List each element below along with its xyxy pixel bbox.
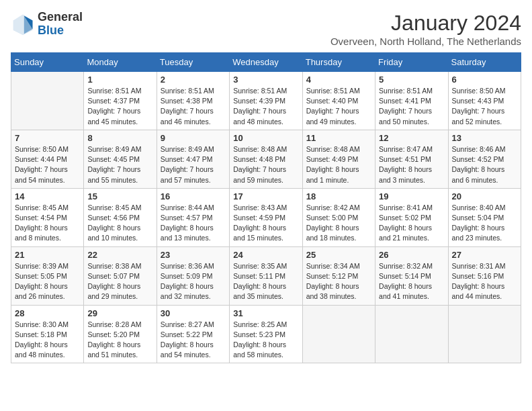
day-number: 10 (233, 133, 298, 143)
calendar-cell: 10Sunrise: 8:48 AMSunset: 4:48 PMDayligh… (230, 130, 302, 188)
day-number: 4 (306, 75, 371, 85)
weekday-header-monday: Monday (84, 53, 157, 72)
day-info: Sunrise: 8:48 AMSunset: 4:48 PMDaylight:… (233, 144, 298, 185)
calendar-cell: 25Sunrise: 8:34 AMSunset: 5:12 PMDayligh… (302, 246, 375, 305)
calendar-cell: 2Sunrise: 8:51 AMSunset: 4:38 PMDaylight… (157, 72, 229, 130)
weekday-header-friday: Friday (375, 53, 448, 72)
calendar-cell: 5Sunrise: 8:51 AMSunset: 4:41 PMDaylight… (375, 72, 448, 130)
day-number: 24 (233, 250, 298, 260)
day-info: Sunrise: 8:45 AMSunset: 4:54 PMDaylight:… (15, 203, 80, 244)
day-info: Sunrise: 8:51 AMSunset: 4:38 PMDaylight:… (161, 86, 226, 127)
calendar-cell: 16Sunrise: 8:44 AMSunset: 4:57 PMDayligh… (157, 188, 229, 246)
day-number: 8 (87, 133, 152, 143)
day-number: 13 (452, 133, 517, 143)
calendar-cell: 17Sunrise: 8:43 AMSunset: 4:59 PMDayligh… (230, 188, 302, 246)
calendar-cell: 19Sunrise: 8:41 AMSunset: 5:02 PMDayligh… (375, 188, 448, 246)
day-number: 2 (161, 75, 226, 85)
day-number: 14 (15, 191, 80, 201)
day-info: Sunrise: 8:42 AMSunset: 5:00 PMDaylight:… (306, 203, 371, 244)
day-info: Sunrise: 8:25 AMSunset: 5:23 PMDaylight:… (233, 320, 298, 361)
calendar-cell: 29Sunrise: 8:28 AMSunset: 5:20 PMDayligh… (84, 305, 157, 363)
day-info: Sunrise: 8:49 AMSunset: 4:47 PMDaylight:… (161, 144, 226, 185)
day-number: 3 (233, 75, 298, 85)
calendar-cell: 6Sunrise: 8:50 AMSunset: 4:43 PMDaylight… (448, 72, 521, 130)
day-number: 26 (379, 250, 444, 260)
day-info: Sunrise: 8:36 AMSunset: 5:09 PMDaylight:… (161, 261, 226, 302)
day-info: Sunrise: 8:40 AMSunset: 5:04 PMDaylight:… (452, 203, 517, 244)
day-number: 18 (306, 191, 371, 201)
day-info: Sunrise: 8:34 AMSunset: 5:12 PMDaylight:… (306, 261, 371, 302)
calendar-cell: 3Sunrise: 8:51 AMSunset: 4:39 PMDaylight… (230, 72, 302, 130)
logo-icon (11, 12, 35, 36)
day-number: 28 (15, 308, 80, 318)
day-info: Sunrise: 8:27 AMSunset: 5:22 PMDaylight:… (161, 320, 226, 361)
day-info: Sunrise: 8:50 AMSunset: 4:43 PMDaylight:… (452, 86, 517, 127)
day-number: 22 (87, 250, 152, 260)
day-info: Sunrise: 8:30 AMSunset: 5:18 PMDaylight:… (15, 320, 80, 361)
day-number: 7 (15, 133, 80, 143)
day-number: 17 (233, 191, 298, 201)
calendar-cell: 12Sunrise: 8:47 AMSunset: 4:51 PMDayligh… (375, 130, 448, 188)
day-number: 23 (161, 250, 226, 260)
calendar-cell: 22Sunrise: 8:38 AMSunset: 5:07 PMDayligh… (84, 246, 157, 305)
day-info: Sunrise: 8:48 AMSunset: 4:49 PMDaylight:… (306, 144, 371, 185)
day-number: 25 (306, 250, 371, 260)
calendar-cell: 31Sunrise: 8:25 AMSunset: 5:23 PMDayligh… (230, 305, 302, 363)
calendar-cell (11, 72, 84, 130)
day-info: Sunrise: 8:32 AMSunset: 5:14 PMDaylight:… (379, 261, 444, 302)
day-number: 29 (87, 308, 152, 318)
day-info: Sunrise: 8:39 AMSunset: 5:05 PMDaylight:… (15, 261, 80, 302)
day-info: Sunrise: 8:50 AMSunset: 4:44 PMDaylight:… (15, 144, 80, 185)
page-header: General Blue January 2024 Overveen, Nort… (11, 11, 521, 47)
weekday-header-sunday: Sunday (11, 53, 84, 72)
day-info: Sunrise: 8:47 AMSunset: 4:51 PMDaylight:… (379, 144, 444, 185)
day-number: 6 (452, 75, 517, 85)
calendar-cell (448, 305, 521, 363)
calendar-cell: 28Sunrise: 8:30 AMSunset: 5:18 PMDayligh… (11, 305, 84, 363)
day-number: 20 (452, 191, 517, 201)
weekday-header-thursday: Thursday (302, 53, 375, 72)
day-number: 1 (87, 75, 152, 85)
calendar-cell: 11Sunrise: 8:48 AMSunset: 4:49 PMDayligh… (302, 130, 375, 188)
title-area: January 2024 Overveen, North Holland, Th… (330, 11, 521, 47)
calendar-cell: 27Sunrise: 8:31 AMSunset: 5:16 PMDayligh… (448, 246, 521, 305)
calendar-cell: 14Sunrise: 8:45 AMSunset: 4:54 PMDayligh… (11, 188, 84, 246)
day-info: Sunrise: 8:51 AMSunset: 4:41 PMDaylight:… (379, 86, 444, 127)
day-number: 16 (161, 191, 226, 201)
day-number: 11 (306, 133, 371, 143)
day-info: Sunrise: 8:51 AMSunset: 4:39 PMDaylight:… (233, 86, 298, 127)
location-subtitle: Overveen, North Holland, The Netherlands (330, 36, 521, 47)
calendar-cell: 4Sunrise: 8:51 AMSunset: 4:40 PMDaylight… (302, 72, 375, 130)
day-info: Sunrise: 8:35 AMSunset: 5:11 PMDaylight:… (233, 261, 298, 302)
week-row-1: 1Sunrise: 8:51 AMSunset: 4:37 PMDaylight… (11, 72, 521, 130)
logo: General Blue (11, 11, 83, 38)
calendar-cell: 30Sunrise: 8:27 AMSunset: 5:22 PMDayligh… (157, 305, 229, 363)
day-info: Sunrise: 8:51 AMSunset: 4:40 PMDaylight:… (306, 86, 371, 127)
calendar-cell: 20Sunrise: 8:40 AMSunset: 5:04 PMDayligh… (448, 188, 521, 246)
calendar-cell: 8Sunrise: 8:49 AMSunset: 4:45 PMDaylight… (84, 130, 157, 188)
month-title: January 2024 (330, 11, 521, 36)
week-row-2: 7Sunrise: 8:50 AMSunset: 4:44 PMDaylight… (11, 130, 521, 188)
day-info: Sunrise: 8:28 AMSunset: 5:20 PMDaylight:… (87, 320, 152, 361)
day-info: Sunrise: 8:41 AMSunset: 5:02 PMDaylight:… (379, 203, 444, 244)
day-info: Sunrise: 8:51 AMSunset: 4:37 PMDaylight:… (87, 86, 152, 127)
day-number: 15 (87, 191, 152, 201)
calendar-cell: 7Sunrise: 8:50 AMSunset: 4:44 PMDaylight… (11, 130, 84, 188)
weekday-header-row: SundayMondayTuesdayWednesdayThursdayFrid… (11, 53, 521, 72)
day-number: 9 (161, 133, 226, 143)
day-number: 5 (379, 75, 444, 85)
calendar-cell: 24Sunrise: 8:35 AMSunset: 5:11 PMDayligh… (230, 246, 302, 305)
day-info: Sunrise: 8:45 AMSunset: 4:56 PMDaylight:… (87, 203, 152, 244)
calendar-cell: 18Sunrise: 8:42 AMSunset: 5:00 PMDayligh… (302, 188, 375, 246)
week-row-5: 28Sunrise: 8:30 AMSunset: 5:18 PMDayligh… (11, 305, 521, 363)
day-info: Sunrise: 8:38 AMSunset: 5:07 PMDaylight:… (87, 261, 152, 302)
week-row-3: 14Sunrise: 8:45 AMSunset: 4:54 PMDayligh… (11, 188, 521, 246)
weekday-header-wednesday: Wednesday (230, 53, 302, 72)
day-number: 19 (379, 191, 444, 201)
day-info: Sunrise: 8:49 AMSunset: 4:45 PMDaylight:… (87, 144, 152, 185)
weekday-header-saturday: Saturday (448, 53, 521, 72)
day-info: Sunrise: 8:43 AMSunset: 4:59 PMDaylight:… (233, 203, 298, 244)
calendar-cell: 21Sunrise: 8:39 AMSunset: 5:05 PMDayligh… (11, 246, 84, 305)
calendar-cell: 23Sunrise: 8:36 AMSunset: 5:09 PMDayligh… (157, 246, 229, 305)
day-info: Sunrise: 8:46 AMSunset: 4:52 PMDaylight:… (452, 144, 517, 185)
